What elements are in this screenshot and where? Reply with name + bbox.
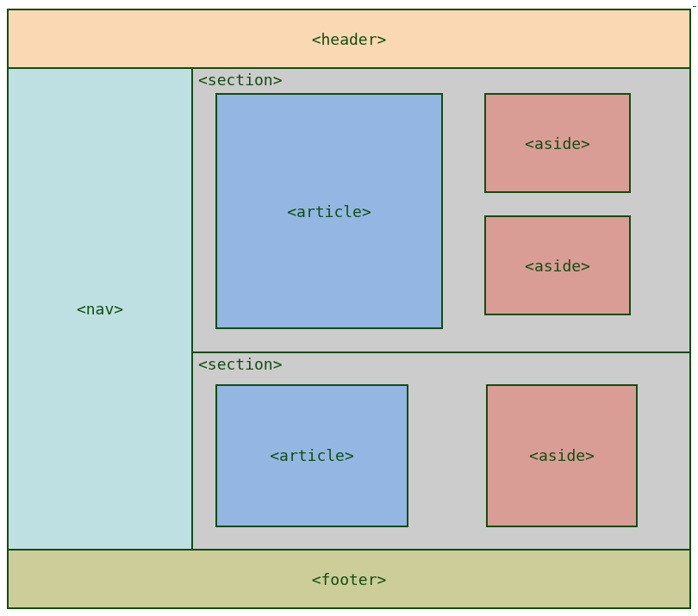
article-region: <article>	[215, 384, 408, 527]
footer-region: <footer>	[9, 549, 689, 607]
article-label: <article>	[287, 202, 371, 221]
crop-mark	[693, 6, 696, 7]
layout-frame: <header> <nav> <section> <article> <asid…	[7, 9, 691, 609]
sections-column: <section> <article> <aside> <aside>	[193, 69, 689, 549]
aside-label: <aside>	[525, 257, 590, 275]
aside-label: <aside>	[529, 446, 595, 464]
nav-region: <nav>	[9, 69, 193, 549]
aside-label: <aside>	[525, 134, 590, 152]
article-label: <article>	[270, 446, 354, 464]
aside-region: <aside>	[484, 93, 631, 193]
aside-region: <aside>	[484, 215, 631, 315]
middle-row: <nav> <section> <article> <aside>	[9, 69, 689, 549]
section-label: <section>	[193, 353, 689, 375]
section-label: <section>	[193, 69, 689, 90]
aside-region: <aside>	[486, 384, 638, 527]
header-region: <header>	[9, 10, 689, 69]
nav-label: <nav>	[77, 300, 123, 318]
article-region: <article>	[215, 93, 443, 329]
header-label: <header>	[312, 30, 387, 48]
section-region: <section> <article> <aside>	[193, 353, 689, 549]
footer-label: <footer>	[312, 570, 387, 588]
section-region: <section> <article> <aside> <aside>	[193, 69, 689, 353]
